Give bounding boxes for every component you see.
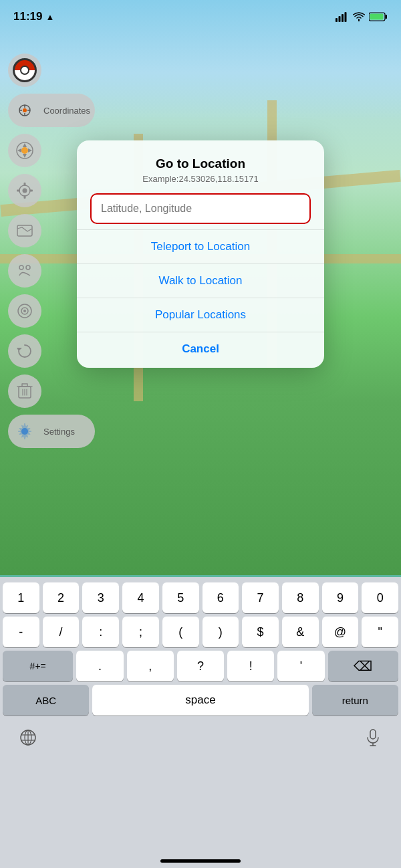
walk-to-location-button[interactable]: Walk to Location [77, 264, 324, 298]
keyboard-row-misc: #+= . , ? ! ' ⌫ [3, 651, 398, 681]
key-ampersand[interactable]: & [282, 617, 319, 647]
delete-key[interactable]: ⌫ [328, 651, 398, 681]
key-1[interactable]: 1 [3, 582, 39, 613]
return-key[interactable]: return [312, 685, 398, 716]
key-openparen[interactable]: ( [162, 617, 199, 647]
key-8[interactable]: 8 [282, 582, 319, 613]
key-closeparen[interactable]: ) [203, 617, 239, 647]
go-to-location-dialog: Go to Location Example:24.53026,118.1517… [77, 140, 324, 368]
space-key[interactable]: space [92, 685, 308, 716]
key-exclamation[interactable]: ! [227, 651, 274, 681]
popular-locations-button[interactable]: Popular Locations [77, 298, 324, 332]
key-colon[interactable]: : [82, 617, 119, 647]
key-question[interactable]: ? [177, 651, 224, 681]
key-quote[interactable]: " [362, 617, 398, 647]
key-0[interactable]: 0 [362, 582, 398, 613]
key-dash[interactable]: - [3, 617, 39, 647]
coordinate-input-wrapper [90, 193, 311, 224]
keyboard-row-symbols: - / : ; ( ) $ & @ " [3, 617, 398, 647]
key-3[interactable]: 3 [82, 582, 119, 613]
cancel-button[interactable]: Cancel [77, 332, 324, 368]
key-2[interactable]: 2 [43, 582, 80, 613]
key-period[interactable]: . [76, 651, 123, 681]
microphone-key[interactable] [358, 723, 388, 752]
key-5[interactable]: 5 [162, 582, 199, 613]
key-symbols-switch[interactable]: #+= [3, 651, 73, 681]
home-indicator [160, 859, 241, 863]
key-9[interactable]: 9 [322, 582, 359, 613]
key-at[interactable]: @ [322, 617, 359, 647]
keyboard-accessory-row [0, 722, 401, 752]
key-6[interactable]: 6 [203, 582, 239, 613]
key-4[interactable]: 4 [122, 582, 159, 613]
microphone-icon [366, 729, 380, 746]
coordinate-input[interactable] [92, 195, 309, 223]
abc-key[interactable]: ABC [3, 685, 89, 716]
globe-key[interactable] [13, 723, 43, 752]
key-7[interactable]: 7 [242, 582, 279, 613]
key-slash[interactable]: / [43, 617, 80, 647]
globe-icon [19, 729, 37, 746]
key-apostrophe[interactable]: ' [277, 651, 324, 681]
keyboard-rows: 1 2 3 4 5 6 7 8 9 0 - / : ; ( ) $ & @ " … [0, 577, 401, 722]
dialog-title: Go to Location [90, 156, 311, 171]
keyboard-row-bottom: ABC space return [3, 685, 398, 716]
dialog-subtitle: Example:24.53026,118.15171 [90, 174, 311, 184]
key-dollar[interactable]: $ [242, 617, 279, 647]
keyboard: 1 2 3 4 5 6 7 8 9 0 - / : ; ( ) $ & @ " … [0, 577, 401, 868]
key-comma[interactable]: , [127, 651, 174, 681]
key-semicolon[interactable]: ; [122, 617, 159, 647]
teleport-button[interactable]: Teleport to Location [77, 230, 324, 263]
keyboard-row-numbers: 1 2 3 4 5 6 7 8 9 0 [3, 582, 398, 613]
svg-rect-46 [370, 730, 376, 739]
